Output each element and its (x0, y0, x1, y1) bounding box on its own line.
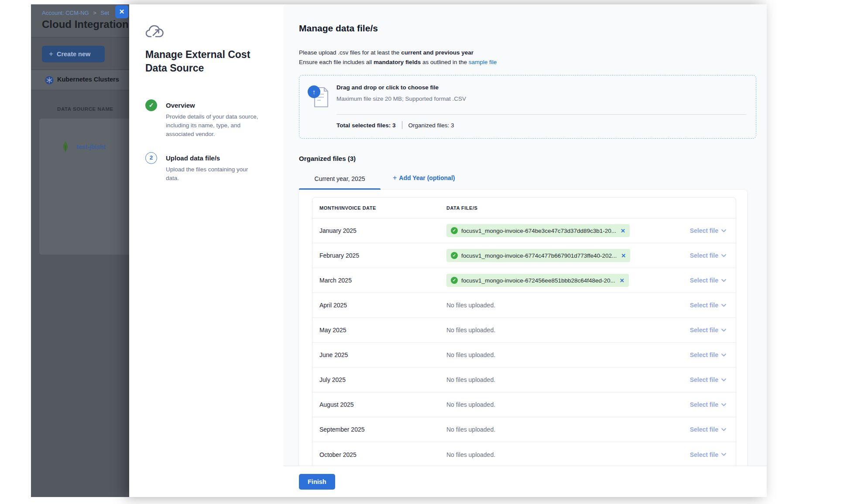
remove-file-icon[interactable]: ✕ (621, 252, 626, 259)
select-file-button[interactable]: Select file (679, 376, 736, 383)
table-row: August 2025 No files uploaded. Select fi… (312, 392, 736, 417)
uploaded-file-chip: ✓ focusv1_mongo-invoice-674be3ce47c73d37… (446, 224, 630, 237)
intro-text-segment: as outlined in the (421, 59, 469, 65)
select-file-button[interactable]: Select file (679, 351, 736, 358)
wizard-title: Manage External Cost Data Source (145, 48, 259, 75)
select-file-button[interactable]: Select file (679, 252, 736, 259)
select-file-button[interactable]: Select file (679, 451, 736, 458)
sample-file-link[interactable]: sample file (469, 59, 497, 65)
kubernetes-icon (45, 76, 54, 85)
select-file-label: Select file (690, 401, 718, 408)
breadcrumb-account-link[interactable]: Account: CCM-NG (42, 10, 89, 16)
select-file-button[interactable]: Select file (679, 426, 736, 433)
dimmed-background-page: Account: CCM-NG > Set Cloud Integration … (31, 4, 129, 497)
file-cell: ✓ focusv1_mongo-invoice-6774c477b667901d… (446, 249, 679, 262)
plus-icon: + (393, 174, 397, 181)
chevron-down-icon (721, 229, 726, 232)
step-number-badge: 2 (145, 152, 157, 164)
mongodb-leaf-icon (62, 141, 69, 152)
table-header: MONTH/INVOICE DATE DATA FILE/S (312, 198, 736, 218)
month-label: February 2025 (312, 252, 446, 259)
wizard-steps-panel: Manage External Cost Data Source ✓ Overv… (129, 4, 284, 497)
step-description: Upload the files containing your data. (166, 165, 261, 183)
month-label: September 2025 (312, 426, 446, 433)
column-month-invoice-date: MONTH/INVOICE DATE (312, 205, 446, 211)
table-row[interactable]: test-jbisht (39, 136, 129, 157)
month-label: June 2025 (312, 351, 446, 358)
intro-text-segment: Please upload .csv files for at least th… (299, 49, 401, 56)
file-success-check-icon: ✓ (451, 277, 458, 284)
select-file-button[interactable]: Select file (679, 401, 736, 408)
tab-current-year[interactable]: Current year, 2025 (299, 172, 381, 190)
close-button[interactable]: ✕ (115, 5, 128, 18)
file-name: focusv1_mongo-invoice-672456ee851bbb28c6… (461, 277, 615, 284)
drawer-content: Manage data file/s Please upload .csv fi… (284, 4, 767, 497)
plus-icon: + (49, 50, 53, 58)
file-name: focusv1_mongo-invoice-674be3ce47c73d37dd… (461, 228, 616, 234)
total-selected-files: Total selected files: 3 (336, 122, 396, 129)
month-label: October 2025 (312, 451, 446, 458)
select-file-label: Select file (690, 426, 718, 433)
create-new-label: Create new (57, 51, 90, 58)
chevron-down-icon (721, 304, 726, 307)
table-row: February 2025 ✓ focusv1_mongo-invoice-67… (312, 243, 736, 268)
no-files-text: No files uploaded. (446, 426, 495, 433)
manage-data-source-drawer: Manage External Cost Data Source ✓ Overv… (129, 4, 767, 497)
month-label: January 2025 (312, 227, 446, 234)
table-row: June 2025 No files uploaded. Select file (312, 343, 736, 368)
select-file-label: Select file (690, 451, 718, 458)
table-row: January 2025 ✓ focusv1_mongo-invoice-674… (312, 218, 736, 243)
dropzone-divider (336, 114, 746, 115)
files-table: MONTH/INVOICE DATE DATA FILE/S January 2… (312, 197, 736, 466)
file-cell: No files uploaded. (446, 376, 679, 383)
file-cell: ✓ focusv1_mongo-invoice-674be3ce47c73d37… (446, 224, 679, 237)
intro-bold-segment: mandatory fields (374, 59, 421, 65)
month-label: July 2025 (312, 376, 446, 383)
breadcrumb-section-link[interactable]: Set (100, 10, 109, 16)
select-file-button[interactable]: Select file (679, 302, 736, 309)
chevron-down-icon (721, 378, 726, 381)
content-scroll-area[interactable]: Manage data file/s Please upload .csv fi… (284, 4, 767, 466)
file-cell: No files uploaded. (446, 327, 679, 334)
add-year-button[interactable]: +Add Year (optional) (393, 174, 455, 182)
column-data-files: DATA FILE/S (446, 205, 736, 211)
page-title: Cloud Integration (42, 18, 129, 31)
file-dropzone[interactable]: ↑ Drag and drop or click to choose file … (299, 75, 756, 139)
remove-file-icon[interactable]: ✕ (621, 228, 625, 234)
finish-button[interactable]: Finish (299, 474, 335, 490)
month-label: April 2025 (312, 302, 446, 309)
remove-file-icon[interactable]: ✕ (620, 277, 624, 284)
file-cell: No files uploaded. (446, 426, 679, 433)
step-description: Provide details of your data source, inc… (166, 112, 261, 139)
no-files-text: No files uploaded. (446, 327, 495, 334)
breadcrumb-separator: > (93, 10, 96, 16)
select-file-button[interactable]: Select file (679, 327, 736, 334)
file-success-check-icon: ✓ (451, 227, 458, 234)
dropzone-title: Drag and drop or click to choose file (336, 84, 439, 91)
upload-arrow-icon: ↑ (308, 85, 320, 98)
month-label: August 2025 (312, 401, 446, 408)
select-file-label: Select file (690, 327, 718, 334)
app-window: Account: CCM-NG > Set Cloud Integration … (31, 4, 767, 497)
select-file-label: Select file (690, 302, 718, 309)
chevron-down-icon (721, 403, 726, 406)
data-source-link[interactable]: test-jbisht (76, 143, 106, 150)
create-new-button[interactable]: +Create new (42, 46, 105, 62)
select-file-button[interactable]: Select file (679, 227, 736, 234)
file-cell: No files uploaded. (446, 351, 679, 358)
table-row: October 2025 No files uploaded. Select f… (312, 442, 736, 466)
file-success-check-icon: ✓ (451, 252, 458, 259)
no-files-text: No files uploaded. (446, 451, 495, 458)
select-file-button[interactable]: Select file (679, 277, 736, 284)
intro-text-segment: Ensure each file includes all (299, 59, 374, 65)
no-files-text: No files uploaded. (446, 302, 495, 309)
no-files-text: No files uploaded. (446, 351, 495, 358)
select-file-label: Select file (690, 376, 718, 383)
file-cell: No files uploaded. (446, 401, 679, 408)
file-cell: No files uploaded. (446, 302, 679, 309)
month-label: March 2025 (312, 277, 446, 284)
add-year-label: Add Year (optional) (399, 174, 455, 181)
tab-kubernetes-clusters[interactable]: Kubernetes Clusters (57, 76, 119, 83)
column-header-data-source-name: DATA SOURCE NAME (57, 106, 113, 112)
background-tabbar: Kubernetes Clusters (31, 70, 129, 90)
